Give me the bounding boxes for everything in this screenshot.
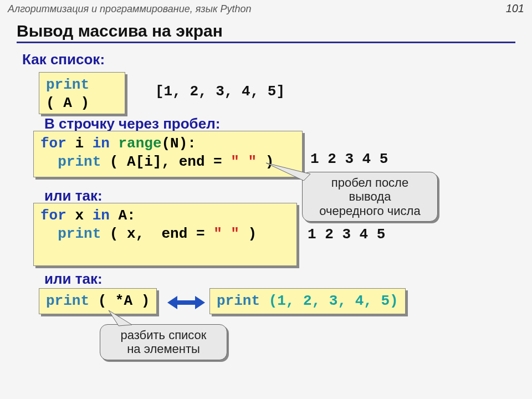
callout2-tail [104,308,137,327]
kw-in2: in [93,207,110,224]
section-or1: или так: [44,187,103,204]
tok-end: end [179,154,205,170]
callout1-l1: пробел после [331,176,408,190]
tok-star: ( *A ) [98,293,150,309]
svg-marker-0 [266,163,310,181]
tok-xcomma: ( x, [110,226,144,242]
tok-eq: = [213,154,222,170]
kw-range: range [118,135,161,152]
kw-print4: print [46,293,89,309]
tok-cp2: ) [248,226,257,242]
tok-end2: end [161,226,187,242]
kw-for2: for [40,207,66,224]
output-line2: 1 2 3 4 5 [308,226,385,243]
kw-in: in [93,135,110,152]
code-print-nums: print (1, 2, 3, 4, 5) [209,288,406,314]
doc-header: Алгоритмизация и программирование, язык … [0,0,532,16]
section-as-list: Как список: [22,51,532,68]
kw-print2: print [58,154,101,170]
tok-endeq: = [196,226,213,242]
tok-nums: (1, 2, 3, 4, 5) [269,293,398,309]
code-for-in-a: for x in A: print ( x, end = " " ) [33,203,297,266]
tok-x: x [75,207,84,224]
callout1-l2: вывода [349,190,391,203]
token-open-a: ( A ) [46,95,89,111]
section-or2: или так: [44,270,103,288]
tok-Acolon: A: [118,207,135,224]
kw-for: for [40,135,66,152]
tok-sp: " " [231,154,257,170]
callout1-l3: очередного числа [319,204,420,218]
kw-print3: print [58,226,101,242]
tok-Ai: ( A[i], [110,154,170,170]
callout2-l1: разбить список [121,328,207,342]
code-print-star: print ( *A ) [39,288,157,314]
double-arrow-icon [176,300,196,305]
callout1-tail [260,158,316,181]
output-line1: 1 2 3 4 5 [310,151,388,167]
kw-print: print [46,76,89,93]
tok-i: i [75,135,84,152]
svg-marker-1 [109,310,132,326]
callout2-l2: на элементы [127,342,200,356]
tok-sp2: " " [213,226,239,242]
callout-split-list: разбить список на элементы [100,324,227,360]
section-line-space: В строчку через пробел: [44,115,220,132]
code-print-a: print ( A ) [39,72,125,114]
output-list: [1, 2, 3, 4, 5] [155,83,285,100]
page-number: 101 [506,2,524,15]
slide-title: Вывод массива на экран [17,22,515,43]
kw-print5: print [217,293,260,309]
tok-N: (N): [161,135,196,152]
callout-space-after: пробел после вывода очередного числа [302,172,438,222]
